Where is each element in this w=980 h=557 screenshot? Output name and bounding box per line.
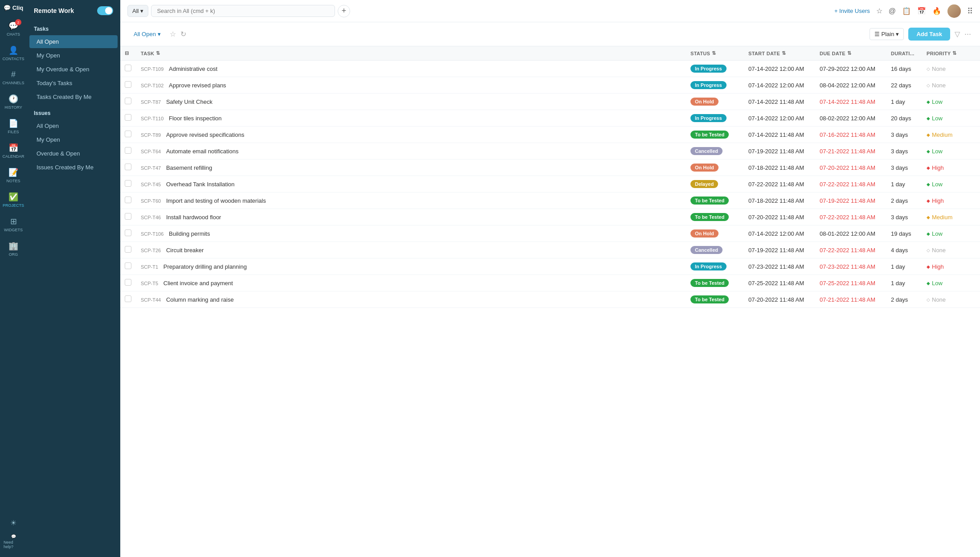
row-checkbox[interactable]: [125, 147, 131, 154]
task-priority: ◇ None: [927, 247, 962, 254]
sidebar-item-issues-overdue[interactable]: Overdue & Open: [29, 147, 118, 160]
grid-icon[interactable]: ⠿: [967, 6, 973, 16]
plain-label: Plain: [882, 31, 894, 37]
th-due-date[interactable]: DUE DATE ⇅: [815, 46, 886, 61]
sidebar-item-all-open[interactable]: All Open: [29, 35, 118, 48]
avatar[interactable]: [947, 4, 961, 18]
sidebar-item-chats[interactable]: 💬 CHATS 2: [2, 17, 25, 40]
invite-users-link[interactable]: + Invite Users: [834, 8, 870, 14]
th-start-date[interactable]: START DATE ⇅: [744, 46, 815, 61]
status-badge[interactable]: To be Tested: [690, 197, 729, 205]
sidebar-item-tasks-created-by-me[interactable]: Tasks Created By Me: [29, 90, 118, 103]
status-badge[interactable]: To be Tested: [690, 295, 729, 303]
select-all-icon[interactable]: ⊟: [125, 50, 129, 56]
row-checkbox[interactable]: [125, 295, 131, 302]
task-name[interactable]: Overhead Tank Installation: [166, 181, 235, 188]
refresh-button[interactable]: ↻: [180, 30, 186, 38]
status-badge[interactable]: In Progress: [690, 262, 727, 270]
favorite-button[interactable]: ☆: [170, 30, 176, 38]
row-checkbox-cell: [120, 192, 136, 209]
sidebar-item-issues-all-open[interactable]: All Open: [29, 119, 118, 132]
filter-icon-button[interactable]: ▽: [955, 30, 960, 38]
status-badge[interactable]: In Progress: [690, 114, 727, 122]
mention-icon[interactable]: @: [889, 7, 896, 15]
status-badge[interactable]: Delayed: [690, 180, 718, 188]
row-checkbox[interactable]: [125, 131, 131, 137]
sidebar-item-my-open[interactable]: My Open: [29, 49, 118, 62]
sidebar-item-notes[interactable]: 📝 NOTES: [2, 164, 25, 187]
workspace-toggle[interactable]: [97, 6, 113, 15]
sidebar-item-contacts[interactable]: 👤 CONTACTS: [2, 42, 25, 65]
status-badge[interactable]: On Hold: [690, 229, 719, 238]
notes-icon: 📝: [8, 168, 18, 177]
sidebar-item-widgets[interactable]: ⊞ WIDGETS: [2, 213, 25, 236]
task-more-cell: [967, 225, 980, 242]
task-name[interactable]: Administrative cost: [169, 66, 217, 72]
sidebar-item-issues-my-open[interactable]: My Open: [29, 133, 118, 146]
row-checkbox[interactable]: [125, 65, 131, 71]
row-checkbox[interactable]: [125, 197, 131, 203]
star-icon[interactable]: ☆: [876, 7, 882, 15]
row-checkbox[interactable]: [125, 81, 131, 88]
status-badge[interactable]: On Hold: [690, 164, 719, 172]
status-badge[interactable]: To be Tested: [690, 131, 729, 139]
theme-toggle[interactable]: ☀: [10, 519, 16, 527]
table-row: SCP-T106 Building permits On Hold 07-14-…: [120, 225, 980, 242]
task-name[interactable]: Import and testing of wooden materials: [166, 197, 266, 204]
row-checkbox[interactable]: [125, 98, 131, 104]
status-badge[interactable]: In Progress: [690, 81, 727, 89]
sidebar-item-calendar[interactable]: 📅 CALENDAR: [2, 139, 25, 162]
status-badge[interactable]: To be Tested: [690, 279, 729, 287]
sidebar-item-org[interactable]: 🏢 ORG: [2, 238, 25, 260]
task-name[interactable]: Circuit breaker: [166, 247, 204, 254]
task-priority-cell: ◇ None: [922, 77, 967, 94]
sidebar-item-my-overdue[interactable]: My Overdue & Open: [29, 63, 118, 76]
filter-all-open-button[interactable]: All Open ▾: [129, 29, 165, 40]
add-task-button[interactable]: Add Task: [908, 28, 950, 41]
search-add-button[interactable]: +: [338, 5, 350, 17]
row-checkbox[interactable]: [125, 279, 131, 286]
plain-view-button[interactable]: ☰ Plain ▾: [870, 28, 904, 40]
sidebar-item-channels[interactable]: # CHANNELS: [2, 66, 25, 89]
row-checkbox[interactable]: [125, 229, 131, 236]
row-checkbox[interactable]: [125, 213, 131, 220]
document-icon[interactable]: 📋: [902, 7, 911, 15]
th-status[interactable]: STATUS ⇅: [686, 46, 744, 61]
th-duration[interactable]: DURATI...: [886, 46, 922, 61]
task-name[interactable]: Column marking and raise: [166, 296, 234, 303]
row-checkbox[interactable]: [125, 114, 131, 121]
task-name[interactable]: Install hardwood floor: [166, 214, 221, 221]
search-scope-selector[interactable]: All ▾: [127, 5, 148, 17]
search-input[interactable]: [151, 5, 335, 17]
calendar-top-icon[interactable]: 📅: [917, 7, 926, 15]
sidebar-item-issues-created-by-me[interactable]: Issues Created By Me: [29, 161, 118, 174]
task-name[interactable]: Building permits: [169, 230, 210, 237]
sidebar-item-projects[interactable]: ✅ PROJECTS: [2, 188, 25, 211]
task-name[interactable]: Approve revised plans: [169, 82, 226, 89]
th-priority[interactable]: PRIORITY ⇅: [922, 46, 967, 61]
task-more-cell: [967, 61, 980, 77]
sidebar-item-files[interactable]: 📄 FILES: [2, 115, 25, 138]
flame-icon[interactable]: 🔥: [932, 7, 941, 15]
row-checkbox[interactable]: [125, 246, 131, 253]
status-badge[interactable]: Cancelled: [690, 147, 723, 155]
task-name[interactable]: Automate email notifications: [166, 148, 239, 155]
row-checkbox[interactable]: [125, 180, 131, 187]
task-name[interactable]: Floor tiles inspection: [169, 115, 222, 122]
status-badge[interactable]: In Progress: [690, 65, 727, 73]
sidebar-item-todays-tasks[interactable]: Today's Tasks: [29, 77, 118, 90]
status-badge[interactable]: To be Tested: [690, 213, 729, 221]
task-name[interactable]: Preparatory drilling and planning: [163, 263, 247, 270]
th-task[interactable]: TASK ⇅: [136, 46, 686, 61]
task-name[interactable]: Basement refilling: [166, 164, 212, 171]
sidebar-item-history[interactable]: 🕐 HISTORY: [2, 90, 25, 113]
status-badge[interactable]: On Hold: [690, 98, 719, 106]
task-name[interactable]: Approve revised specifications: [166, 131, 245, 138]
more-options-button[interactable]: ···: [964, 29, 971, 39]
row-checkbox[interactable]: [125, 262, 131, 269]
task-name[interactable]: Client invoice and payment: [163, 280, 233, 287]
task-name[interactable]: Safety Unit Check: [166, 98, 212, 105]
status-badge[interactable]: Cancelled: [690, 246, 723, 254]
help-button[interactable]: 💬 Need help?: [2, 531, 25, 553]
row-checkbox[interactable]: [125, 164, 131, 170]
